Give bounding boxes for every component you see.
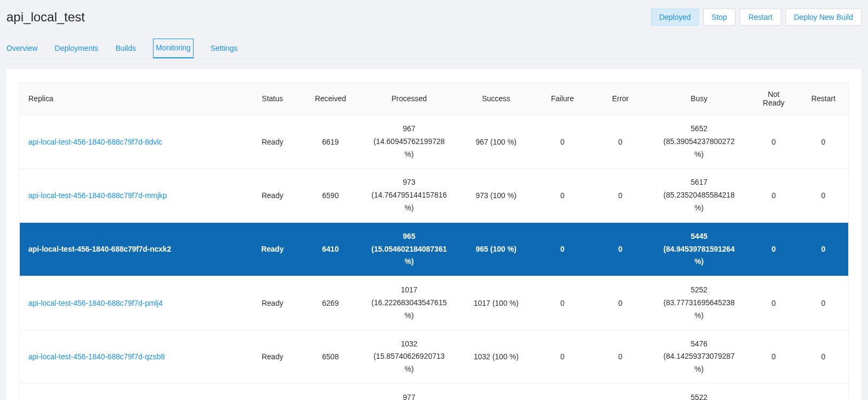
- table-header-row: Replica Status Received Processed Succes…: [20, 82, 848, 115]
- cell-notready: 0: [749, 115, 798, 169]
- replica-link[interactable]: api-local-test-456-1840-688c79f7d-8dvlc: [28, 138, 163, 146]
- cell-success: 973 (100 %): [459, 169, 533, 222]
- content-card: Replica Status Received Processed Succes…: [6, 69, 862, 400]
- cell-success: 1032 (100 %): [459, 330, 533, 384]
- tab-overview[interactable]: Overview: [6, 39, 37, 58]
- stop-button[interactable]: Stop: [703, 9, 736, 26]
- cell-status: Ready: [243, 330, 301, 384]
- cell-busy: 5617 (85.23520485584218 %): [649, 169, 749, 222]
- tabs: OverviewDeploymentsBuildsMonitoringSetti…: [6, 39, 862, 58]
- cell-notready: 0: [749, 223, 798, 276]
- cell-processed: 973 (14.764795144157816 %): [359, 169, 459, 222]
- cell-restart: 0: [798, 169, 848, 222]
- cell-notready: 0: [749, 384, 798, 400]
- cell-restart: 0: [798, 223, 848, 276]
- cell-replica: api-local-test-456-1840-688c79f7d-ncxk2: [20, 223, 243, 276]
- cell-received: 6499: [302, 384, 359, 400]
- cell-error: 0: [592, 223, 649, 276]
- tab-settings[interactable]: Settings: [211, 39, 238, 58]
- cell-replica: api-local-test-456-1840-688c79f7d-mmjkp: [20, 169, 243, 222]
- col-status[interactable]: Status: [243, 82, 301, 115]
- deploy-new-build-button[interactable]: Deploy New Build: [786, 9, 862, 26]
- cell-busy: 5522 (84.96691798738267 %): [649, 384, 749, 400]
- cell-processed: 1017 (16.222683043547615 %): [359, 276, 459, 330]
- cell-replica: api-local-test-456-1840-688c79f7d-qzsb8: [20, 330, 243, 384]
- restart-button[interactable]: Restart: [740, 9, 781, 26]
- cell-success: 965 (100 %): [459, 223, 533, 276]
- tab-deployments[interactable]: Deployments: [55, 39, 98, 58]
- cell-received: 6619: [302, 115, 359, 169]
- tab-builds[interactable]: Builds: [116, 39, 136, 58]
- col-busy[interactable]: Busy: [649, 82, 749, 115]
- cell-notready: 0: [749, 330, 798, 384]
- tab-monitoring[interactable]: Monitoring: [153, 39, 193, 58]
- page-header: api_local_test Deployed Stop Restart Dep…: [6, 6, 862, 26]
- cell-notready: 0: [749, 276, 798, 330]
- replica-link[interactable]: api-local-test-456-1840-688c79f7d-pmlj4: [28, 299, 163, 307]
- cell-restart: 0: [798, 330, 848, 384]
- cell-restart: 0: [798, 115, 848, 169]
- cell-busy: 5252 (83.77731695645238 %): [649, 276, 749, 330]
- replica-table: Replica Status Received Processed Succes…: [19, 82, 849, 400]
- cell-received: 6590: [302, 169, 359, 222]
- cell-processed: 977 (15.033082012617328 %): [359, 384, 459, 400]
- table-row[interactable]: api-local-test-456-1840-688c79f7d-wvkpsR…: [20, 384, 848, 400]
- cell-error: 0: [592, 115, 649, 169]
- cell-status: Ready: [243, 223, 301, 276]
- cell-processed: 967 (14.60945762199728 %): [359, 115, 459, 169]
- cell-restart: 0: [798, 276, 848, 330]
- col-error[interactable]: Error: [592, 82, 649, 115]
- cell-busy: 5652 (85.39054237800272 %): [649, 115, 749, 169]
- cell-replica: api-local-test-456-1840-688c79f7d-8dvlc: [20, 115, 243, 169]
- cell-restart: 0: [798, 384, 848, 400]
- cell-error: 0: [592, 276, 649, 330]
- col-restart[interactable]: Restart: [798, 82, 848, 115]
- cell-error: 0: [592, 330, 649, 384]
- col-received[interactable]: Received: [302, 82, 359, 115]
- cell-failure: 0: [533, 276, 591, 330]
- replica-link[interactable]: api-local-test-456-1840-688c79f7d-qzsb8: [28, 352, 165, 361]
- col-notready[interactable]: Not Ready: [749, 82, 798, 115]
- cell-status: Ready: [243, 384, 301, 400]
- cell-replica: api-local-test-456-1840-688c79f7d-pmlj4: [20, 276, 243, 330]
- cell-status: Ready: [243, 169, 301, 222]
- cell-success: 967 (100 %): [459, 115, 533, 169]
- cell-failure: 0: [533, 330, 591, 384]
- cell-status: Ready: [243, 276, 301, 330]
- cell-busy: 5476 (84.14259373079287 %): [649, 330, 749, 384]
- header-actions: Deployed Stop Restart Deploy New Build: [651, 9, 862, 26]
- cell-received: 6410: [302, 223, 359, 276]
- cell-notready: 0: [749, 169, 798, 222]
- cell-error: 0: [592, 169, 649, 222]
- col-failure[interactable]: Failure: [533, 82, 591, 115]
- cell-processed: 965 (15.054602184087361 %): [359, 223, 459, 276]
- page-title: api_local_test: [6, 10, 85, 25]
- table-row[interactable]: api-local-test-456-1840-688c79f7d-ncxk2R…: [20, 223, 848, 276]
- replica-link[interactable]: api-local-test-456-1840-688c79f7d-mmjkp: [28, 191, 167, 200]
- cell-failure: 0: [533, 223, 591, 276]
- cell-processed: 1032 (15.85740626920713 %): [359, 330, 459, 384]
- cell-busy: 5445 (84.94539781591264 %): [649, 223, 749, 276]
- cell-status: Ready: [243, 115, 301, 169]
- cell-failure: 0: [533, 169, 591, 222]
- table-row[interactable]: api-local-test-456-1840-688c79f7d-qzsb8R…: [20, 330, 848, 384]
- cell-failure: 0: [533, 115, 591, 169]
- status-badge: Deployed: [651, 9, 698, 26]
- table-row[interactable]: api-local-test-456-1840-688c79f7d-8dvlcR…: [20, 115, 848, 169]
- cell-received: 6269: [302, 276, 359, 330]
- cell-received: 6508: [302, 330, 359, 384]
- table-row[interactable]: api-local-test-456-1840-688c79f7d-pmlj4R…: [20, 276, 848, 330]
- replica-link[interactable]: api-local-test-456-1840-688c79f7d-ncxk2: [28, 245, 171, 253]
- cell-replica: api-local-test-456-1840-688c79f7d-wvkps: [20, 384, 243, 400]
- cell-failure: 0: [533, 384, 591, 400]
- cell-error: 0: [592, 384, 649, 400]
- col-success[interactable]: Success: [459, 82, 533, 115]
- cell-success: 977 (100 %): [459, 384, 533, 400]
- table-row[interactable]: api-local-test-456-1840-688c79f7d-mmjkpR…: [20, 169, 848, 222]
- col-replica[interactable]: Replica: [20, 82, 243, 115]
- col-processed[interactable]: Processed: [359, 82, 459, 115]
- cell-success: 1017 (100 %): [459, 276, 533, 330]
